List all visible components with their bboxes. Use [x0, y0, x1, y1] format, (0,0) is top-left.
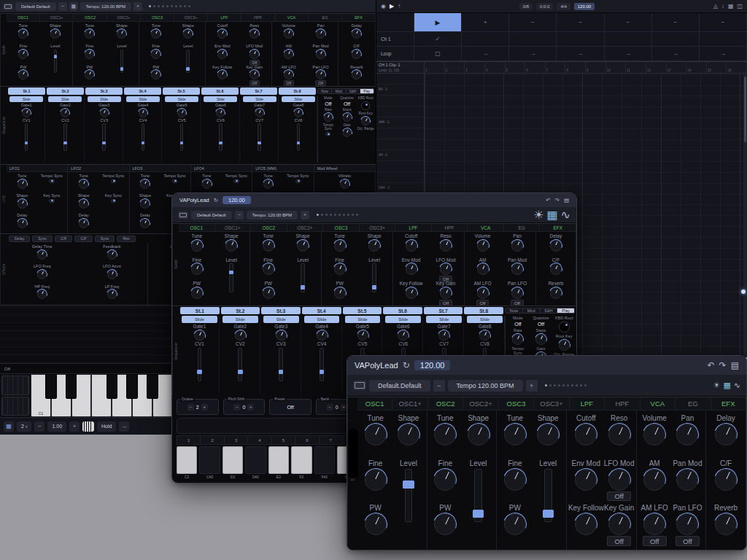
preset-value[interactable]: Off — [287, 405, 293, 410]
fx-tab-delay[interactable]: Delay — [9, 236, 30, 242]
synth-tab-hpf[interactable]: HPF — [432, 224, 468, 231]
synth-tab-efx[interactable]: EFX — [342, 14, 376, 21]
layout-icon[interactable]: ▦ — [4, 421, 14, 432]
redo-icon[interactable]: ↷ — [719, 360, 727, 370]
page-dot[interactable] — [175, 5, 177, 7]
session-add-cell[interactable]: − — [700, 13, 747, 31]
knob-pan[interactable] — [511, 240, 523, 252]
slide-button[interactable]: Slide — [222, 316, 258, 323]
knob-shape[interactable] — [297, 240, 309, 252]
knob-env-mod[interactable] — [217, 50, 227, 59]
knob-tune[interactable] — [365, 424, 387, 446]
gate-knob[interactable] — [398, 330, 409, 341]
tempo-display[interactable]: Tempo: 120.00 BPM — [80, 2, 131, 11]
step-st-1[interactable]: St.1 — [180, 307, 220, 314]
knob-fine[interactable] — [263, 263, 274, 275]
ruler-cell[interactable]: 10 — [606, 62, 627, 73]
seq-tab-mod[interactable]: Mod — [332, 89, 346, 93]
off-toggle-am-lfo[interactable]: Off — [643, 536, 667, 546]
step-st-8[interactable]: St.8 — [279, 88, 316, 95]
knob-hp-freq[interactable] — [37, 289, 47, 299]
preset-plus-button[interactable]: + — [133, 2, 142, 11]
knob-fine[interactable] — [504, 469, 526, 491]
steps-knob[interactable] — [343, 113, 352, 122]
pad-number[interactable]: 1 — [177, 435, 201, 445]
knob-pan[interactable] — [316, 29, 325, 39]
gate-knob[interactable] — [235, 330, 246, 341]
ruler-cell[interactable]: 7 — [546, 62, 566, 73]
slider-level[interactable] — [54, 50, 58, 73]
gate-knob[interactable] — [22, 109, 31, 117]
session-cell[interactable] — [652, 32, 700, 46]
page-dot[interactable] — [158, 5, 160, 7]
bpm-badge[interactable]: 120.00 — [414, 360, 451, 370]
step-st-7[interactable]: St.7 — [424, 307, 463, 314]
knob-pan-lfo[interactable] — [511, 287, 523, 299]
synth-tab-osc2[interactable]: OSC2+ — [107, 14, 141, 21]
knob-reverb[interactable] — [715, 513, 737, 535]
loop-mode-cell[interactable]: ▢ — [414, 47, 462, 61]
knob-tune[interactable] — [191, 240, 203, 252]
knob-tune[interactable] — [263, 179, 273, 189]
slider-cap[interactable] — [197, 370, 201, 373]
knob-delay[interactable] — [715, 424, 737, 446]
refresh-icon[interactable]: ↻ — [214, 197, 218, 203]
gate-knob[interactable] — [100, 109, 109, 117]
slider-cap[interactable] — [403, 481, 414, 488]
knob-cutoff[interactable] — [406, 240, 417, 252]
note-pad-d2[interactable] — [222, 446, 243, 474]
knob-reverb[interactable] — [550, 287, 562, 299]
synth-tab-osc1[interactable]: OSC1 — [7, 14, 40, 21]
gate-knob[interactable] — [438, 330, 449, 341]
knob-env-mod[interactable] — [575, 469, 597, 491]
knob-fine[interactable] — [334, 263, 346, 275]
knob-shape[interactable] — [183, 29, 193, 39]
cv-slider[interactable] — [142, 123, 145, 151]
session-cell[interactable] — [557, 32, 604, 46]
preset-minus-button[interactable]: − — [58, 2, 67, 11]
knob-c-f[interactable] — [352, 50, 361, 59]
knob-key-gain[interactable] — [608, 513, 630, 535]
toggle-tempo-sync[interactable] — [111, 179, 116, 183]
ruler-cell[interactable]: 14 — [686, 62, 707, 73]
pad-number[interactable]: 7 — [320, 435, 343, 445]
ruler-cell[interactable]: 11 — [626, 62, 646, 73]
step-st-5[interactable]: St.5 — [163, 88, 200, 95]
fx-tab-rev[interactable]: Rev — [117, 236, 135, 242]
page-dot[interactable] — [338, 214, 341, 216]
seq-tab-play[interactable]: Play — [360, 89, 374, 93]
knob-tune[interactable] — [334, 240, 346, 252]
knob-am-lfo[interactable] — [477, 287, 489, 299]
knob-lfo-freq[interactable] — [37, 270, 47, 279]
toggle-key-sync[interactable] — [111, 199, 116, 203]
seq-tab-play[interactable]: Play — [557, 308, 574, 313]
knob-pw[interactable] — [191, 287, 203, 299]
slider-cap[interactable] — [543, 510, 554, 517]
knob-pw[interactable] — [334, 287, 346, 299]
knob-am[interactable] — [643, 469, 665, 491]
slide-button[interactable]: Slide — [385, 316, 421, 323]
slide-button[interactable]: Slide — [9, 96, 43, 102]
ruler-cell[interactable]: 12 — [646, 62, 667, 73]
slide-button[interactable]: Slide — [88, 96, 121, 102]
synth-tab-osc2[interactable]: OSC2+ — [463, 397, 498, 410]
keyboard-options[interactable] — [0, 374, 31, 417]
session-add-cell[interactable]: − — [509, 13, 557, 31]
fx-tab-sync[interactable]: Sync — [32, 236, 53, 242]
step-st-5[interactable]: St.5 — [343, 307, 382, 314]
keyboard-toggle-icon[interactable]: ▦ — [723, 381, 730, 390]
keyboard-icon[interactable] — [82, 421, 94, 432]
synth-tab-osc1[interactable]: OSC1+ — [215, 224, 252, 231]
knob-tune[interactable] — [434, 424, 456, 446]
synth-tab-eg[interactable]: EG — [676, 397, 711, 410]
synth-tab-eg[interactable]: EG — [504, 224, 541, 231]
page-dot[interactable] — [162, 5, 164, 7]
knob-c-f[interactable] — [550, 263, 562, 275]
bank-minus-button[interactable]: − — [327, 404, 333, 411]
cv-slider[interactable] — [297, 123, 301, 151]
cv-slider[interactable] — [258, 123, 261, 151]
pad-number[interactable]: 4 — [248, 435, 271, 445]
seq-tab-mod[interactable]: Mod — [523, 308, 541, 313]
knob-pw[interactable] — [18, 70, 28, 79]
root-key-knob[interactable] — [361, 117, 370, 125]
